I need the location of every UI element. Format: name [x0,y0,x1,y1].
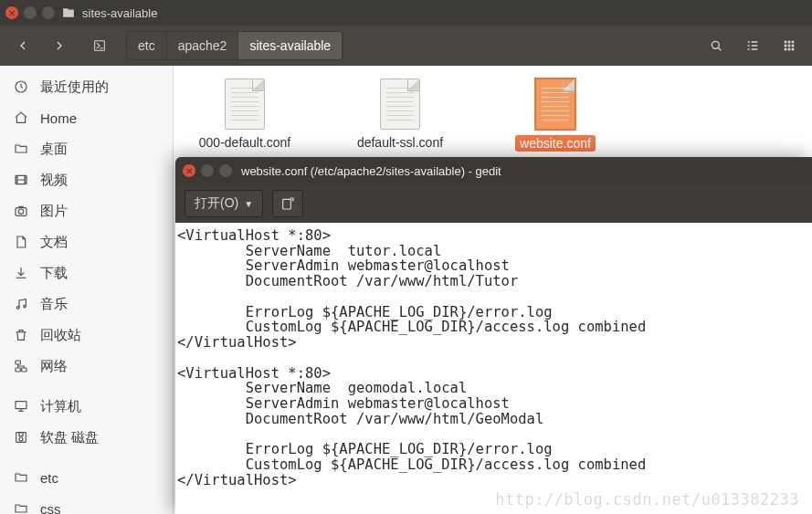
breadcrumb-segment[interactable]: etc [127,32,167,59]
computer-icon [13,399,29,414]
open-button-label: 打开(O) [195,195,238,212]
sidebar-item[interactable]: 音乐 [0,288,173,320]
sidebar-item[interactable]: 图片 [0,195,173,226]
open-button[interactable]: 打开(O) ▼ [185,190,263,217]
sidebar-item[interactable]: 软盘 磁盘 [0,422,173,453]
editor-text[interactable]: <VirtualHost *:80> ServerName tutor.loca… [175,223,812,514]
sidebar-item-label: 最近使用的 [40,79,109,96]
svg-rect-18 [22,368,26,372]
maximize-icon[interactable] [42,6,55,19]
fm-toolbar: etc apache2 sites-available [0,26,812,66]
sidebar-item-label: 音乐 [40,296,68,313]
sidebar-item[interactable]: 计算机 [0,391,173,422]
svg-point-15 [16,307,19,309]
file-name: website.conf [515,135,596,152]
svg-rect-4 [792,41,795,44]
document-icon [13,235,29,249]
breadcrumb: etc apache2 sites-available [126,31,343,60]
sidebar-item-label: 文档 [40,234,68,251]
svg-point-14 [18,209,23,214]
sidebar-item[interactable]: etc [0,462,173,493]
svg-rect-7 [792,45,795,47]
sidebar-item[interactable]: 桌面 [0,133,173,164]
search-button[interactable] [701,32,732,59]
document-icon [225,79,265,130]
breadcrumb-segment-active[interactable]: sites-available [238,32,343,59]
svg-rect-2 [785,41,787,44]
sidebar-item[interactable]: 文档 [0,226,173,257]
sidebar-item[interactable]: 网络 [0,351,173,382]
sidebar-item-label: 网络 [40,358,68,375]
document-icon [380,79,420,130]
gedit-titlebar[interactable]: ✕ website.conf (/etc/apache2/sites-avail… [175,157,812,184]
fm-titlebar[interactable]: ✕ sites-available [0,0,812,26]
video-icon [13,173,29,187]
back-button[interactable] [7,32,38,59]
svg-rect-9 [788,48,791,51]
disk-icon [13,430,29,445]
file-name: default-ssl.conf [357,135,443,150]
network-icon [13,359,29,373]
svg-rect-3 [788,41,791,44]
sidebar-item-label: 计算机 [40,398,81,415]
file-name: 000-default.conf [199,135,290,150]
folder-icon [13,142,29,156]
file-item[interactable]: website.conf [502,79,608,152]
file-item[interactable]: 000-default.conf [192,79,298,152]
svg-rect-17 [16,361,20,364]
document-icon [535,79,575,130]
clock-icon [13,79,29,94]
folder-icon [13,501,29,514]
svg-rect-19 [16,368,20,372]
close-icon[interactable]: ✕ [183,164,195,177]
grid-view-button[interactable] [774,32,805,59]
path-view-button[interactable] [84,32,115,59]
sidebar-item-label: 桌面 [40,141,68,158]
window-controls: ✕ [5,6,55,19]
svg-rect-10 [792,48,795,51]
svg-rect-25 [283,199,291,209]
minimize-icon[interactable] [201,164,214,177]
sidebar-item-label: 视频 [40,172,68,189]
folder-icon [13,470,29,485]
list-view-button[interactable] [737,32,768,59]
svg-rect-20 [16,402,26,409]
camera-icon [13,204,29,218]
new-tab-button[interactable] [272,190,303,217]
forward-button[interactable] [44,32,75,59]
svg-rect-8 [785,48,787,51]
sidebar[interactable]: 最近使用的 Home 桌面 视频 图片 文档 下载 音乐 回收站 网络 [0,66,174,514]
sidebar-item-label: etc [40,470,58,486]
trash-icon [13,328,29,342]
sidebar-item-label: 图片 [40,203,68,220]
home-icon [13,110,29,125]
gedit-toolbar: 打开(O) ▼ [175,184,812,223]
sidebar-item[interactable]: css [0,493,173,514]
file-item[interactable]: default-ssl.conf [347,79,453,152]
minimize-icon[interactable] [24,6,37,19]
svg-rect-6 [788,45,791,47]
sidebar-item-label: 下载 [40,265,68,282]
breadcrumb-segment[interactable]: apache2 [167,32,239,59]
gedit-window: ✕ website.conf (/etc/apache2/sites-avail… [175,157,812,514]
sidebar-item-label: 软盘 磁盘 [40,429,99,446]
download-icon [13,266,29,280]
chevron-down-icon: ▼ [244,199,253,209]
close-icon[interactable]: ✕ [5,6,18,19]
sidebar-item[interactable]: 回收站 [0,320,173,351]
svg-rect-22 [19,433,23,436]
window-controls: ✕ [183,164,232,177]
gedit-title: website.conf (/etc/apache2/sites-availab… [241,164,501,178]
sidebar-item-label: Home [40,110,77,126]
svg-point-16 [24,305,26,308]
svg-rect-5 [785,45,787,47]
svg-point-1 [712,41,719,48]
maximize-icon[interactable] [219,164,232,177]
sidebar-item[interactable]: Home [0,102,173,133]
sidebar-item[interactable]: 最近使用的 [0,71,173,102]
window-title: sites-available [82,6,157,20]
svg-point-23 [19,437,23,441]
sidebar-item[interactable]: 视频 [0,164,173,195]
sidebar-item[interactable]: 下载 [0,257,173,288]
music-icon [13,297,29,311]
